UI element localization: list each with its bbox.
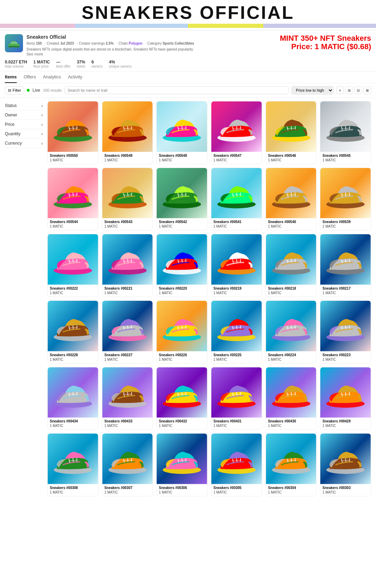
tab-activity[interactable]: Activity	[68, 71, 82, 83]
nft-card[interactable]: Sneakers #00227 1 MATIC	[102, 300, 153, 364]
filter-group-currency[interactable]: Currency∨	[5, 139, 43, 148]
filter-group-status[interactable]: Status∨	[5, 101, 43, 110]
nft-card[interactable]: Sneakers #00549 1 MATIC	[102, 101, 153, 164]
nft-info: Sneakers #00306 1 MATIC	[157, 484, 207, 496]
filter-label: Price	[5, 122, 14, 127]
nft-card[interactable]: Sneakers #00545 1 MATIC	[320, 101, 371, 164]
filter-group-quantity[interactable]: Quantity∨	[5, 129, 43, 139]
nft-card[interactable]: Sneakers #00303 1 MATIC	[320, 433, 371, 496]
nft-card[interactable]: Sneakers #00432 1 MATIC	[156, 367, 207, 430]
nft-image	[266, 434, 316, 484]
nft-card[interactable]: Sneakers #00220 1 MATIC	[156, 234, 207, 297]
nft-card[interactable]: Sneakers #00305 1 MATIC	[211, 433, 262, 496]
nft-card[interactable]: Sneakers #00539 1 MATIC	[320, 168, 371, 231]
nft-price: 1 MATIC	[50, 424, 96, 428]
content-area: Status∨Owner∨Price∨Quantity∨Currency∨	[0, 98, 376, 500]
nft-info: Sneakers #00220 1 MATIC	[157, 285, 207, 297]
chevron-down-icon: ∨	[41, 113, 43, 117]
nft-card[interactable]: Sneakers #00304 1 MATIC	[266, 433, 317, 496]
tab-offers[interactable]: Offers	[24, 71, 36, 83]
nft-card[interactable]: Sneakers #00226 1 MATIC	[156, 300, 207, 364]
tabs: ItemsOffersAnalyticsActivity	[0, 71, 376, 83]
stat-value: 1 MATIC	[33, 60, 50, 64]
view-list-icon[interactable]: ≡	[336, 86, 344, 94]
nft-image	[102, 301, 153, 351]
nft-card[interactable]: Sneakers #00221 1 MATIC	[102, 234, 153, 297]
nft-card[interactable]: Sneakers #00223 1 MATIC	[320, 300, 371, 364]
nft-card[interactable]: Sneakers #00541 1 MATIC	[211, 168, 262, 231]
tab-items[interactable]: Items	[5, 71, 17, 83]
nft-card[interactable]: Sneakers #00224 1 MATIC	[266, 300, 317, 364]
nft-card[interactable]: Sneakers #00307 1 MATIC	[102, 433, 153, 496]
nft-info: Sneakers #00545 1 MATIC	[320, 152, 371, 164]
sort-select[interactable]: Price low to highPrice high to lowRecent…	[291, 86, 334, 94]
nft-card[interactable]: Sneakers #00217 1 MATIC	[320, 234, 371, 297]
nft-card[interactable]: Sneakers #00550 1 MATIC	[47, 101, 99, 164]
nft-card[interactable]: Sneakers #00306 1 MATIC	[156, 433, 207, 496]
nft-card[interactable]: Sneakers #00540 1 MATIC	[266, 168, 317, 231]
nft-price: 1 MATIC	[322, 224, 369, 228]
nft-info: Sneakers #00549 1 MATIC	[102, 152, 153, 164]
nft-image	[211, 434, 262, 484]
nft-name: Sneakers #00540	[268, 220, 314, 224]
live-label: Live	[32, 88, 40, 93]
nft-image	[157, 301, 207, 351]
nft-info: Sneakers #00304 1 MATIC	[266, 484, 316, 496]
nft-card[interactable]: Sneakers #00222 1 MATIC	[47, 234, 99, 297]
chevron-down-icon: ∨	[41, 123, 43, 127]
view-grid-2-icon[interactable]: ⊞	[345, 86, 353, 94]
nft-info: Sneakers #00429 1 MATIC	[320, 418, 371, 429]
nft-info: Sneakers #00218 1 MATIC	[266, 285, 316, 297]
nft-price: 1 MATIC	[268, 224, 314, 228]
nft-info: Sneakers #00307 1 MATIC	[102, 484, 153, 496]
filter-button[interactable]: ⊟ Filter	[5, 86, 24, 94]
nft-image	[102, 234, 153, 285]
nft-card[interactable]: Sneakers #00544 1 MATIC	[47, 168, 99, 231]
nft-card[interactable]: Sneakers #00433 1 MATIC	[102, 367, 153, 430]
nft-price: 1 MATIC	[213, 158, 260, 162]
nft-info: Sneakers #00542 1 MATIC	[157, 218, 207, 230]
nft-card[interactable]: Sneakers #00434 1 MATIC	[47, 367, 99, 430]
nft-card[interactable]: Sneakers #00546 1 MATIC	[266, 101, 317, 164]
nft-price: 1 MATIC	[268, 424, 314, 428]
nft-price: 1 MATIC	[50, 158, 96, 162]
avatar	[5, 34, 23, 52]
stat-item: 1 MATICfloor price	[33, 60, 50, 68]
nft-card[interactable]: Sneakers #00431 1 MATIC	[211, 367, 262, 430]
nft-card[interactable]: Sneakers #00543 1 MATIC	[102, 168, 153, 231]
nft-image	[102, 101, 153, 152]
nft-name: Sneakers #00544	[50, 220, 96, 224]
filter-label: Filter	[13, 88, 21, 92]
tab-analytics[interactable]: Analytics	[43, 71, 61, 83]
filter-group-price[interactable]: Price∨	[5, 120, 43, 129]
nft-image	[320, 434, 371, 484]
nft-name: Sneakers #00305	[213, 486, 260, 490]
nft-info: Sneakers #00227 1 MATIC	[102, 351, 153, 363]
view-grid-4-icon[interactable]: ⊠	[363, 86, 371, 94]
nft-card[interactable]: Sneakers #00308 1 MATIC	[47, 433, 99, 496]
color-bar	[38, 24, 75, 28]
nft-card[interactable]: Sneakers #00542 1 MATIC	[156, 168, 207, 231]
nft-image	[157, 434, 207, 484]
nft-card[interactable]: Sneakers #00430 1 MATIC	[266, 367, 317, 430]
nft-image	[48, 434, 98, 484]
nft-card[interactable]: Sneakers #00218 1 MATIC	[266, 234, 317, 297]
nft-card[interactable]: Sneakers #00228 1 MATIC	[47, 300, 99, 364]
profile-info: Sneakers Official Items 150 · Created Ju…	[26, 34, 276, 56]
nft-price: 1 MATIC	[104, 424, 151, 428]
nft-card[interactable]: Sneakers #00548 1 MATIC	[156, 101, 207, 164]
search-input[interactable]	[64, 86, 289, 94]
nft-card[interactable]: Sneakers #00429 1 MATIC	[320, 367, 371, 430]
nft-card[interactable]: Sneakers #00225 1 MATIC	[211, 300, 262, 364]
nft-price: 1 MATIC	[104, 224, 151, 228]
nft-card[interactable]: Sneakers #00547 1 MATIC	[211, 101, 262, 164]
filter-group-owner[interactable]: Owner∨	[5, 110, 43, 120]
see-more-link[interactable]: See more	[26, 52, 276, 56]
nft-price: 1 MATIC	[50, 358, 96, 361]
nft-info: Sneakers #00430 1 MATIC	[266, 418, 316, 429]
nft-card[interactable]: Sneakers #00219 1 MATIC	[211, 234, 262, 297]
nft-image	[102, 168, 153, 219]
view-grid-3-icon[interactable]: ⊟	[354, 86, 362, 94]
nft-price: 1 MATIC	[268, 490, 314, 494]
stat-value: —	[56, 60, 71, 64]
